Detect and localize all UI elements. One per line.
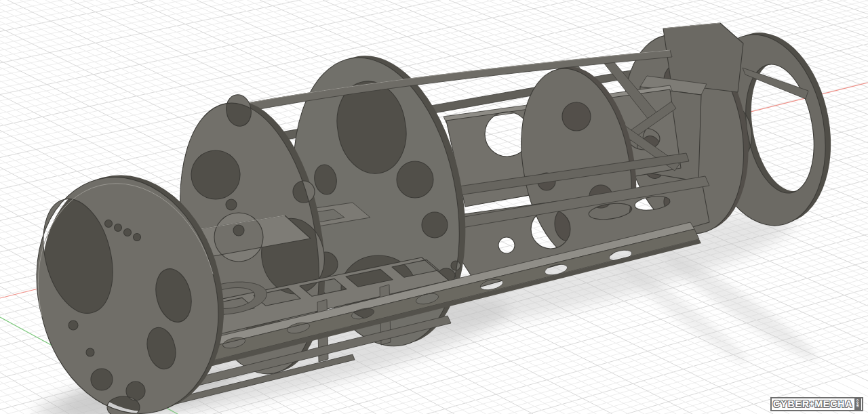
cad-viewport[interactable]: CYBER + MECHA com — [0, 0, 868, 414]
watermark-tld: com — [854, 398, 861, 410]
grid-line — [0, 0, 868, 32]
watermark-text-left: CYBER — [773, 398, 810, 410]
viewport-canvas[interactable] — [0, 0, 868, 414]
grid-line — [0, 0, 868, 25]
watermark: CYBER + MECHA com — [770, 397, 863, 411]
watermark-text-right: MECHA — [814, 398, 852, 410]
